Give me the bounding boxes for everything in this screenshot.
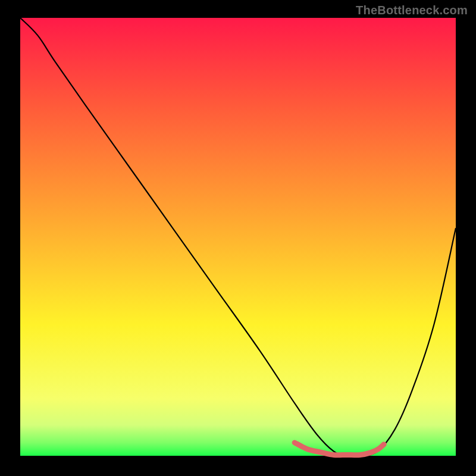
watermark-text: TheBottleneck.com [356, 4, 468, 17]
bottleneck-chart [0, 0, 476, 476]
chart-container: { "watermark": "TheBottleneck.com", "cha… [0, 0, 476, 476]
plot-background [20, 18, 456, 456]
